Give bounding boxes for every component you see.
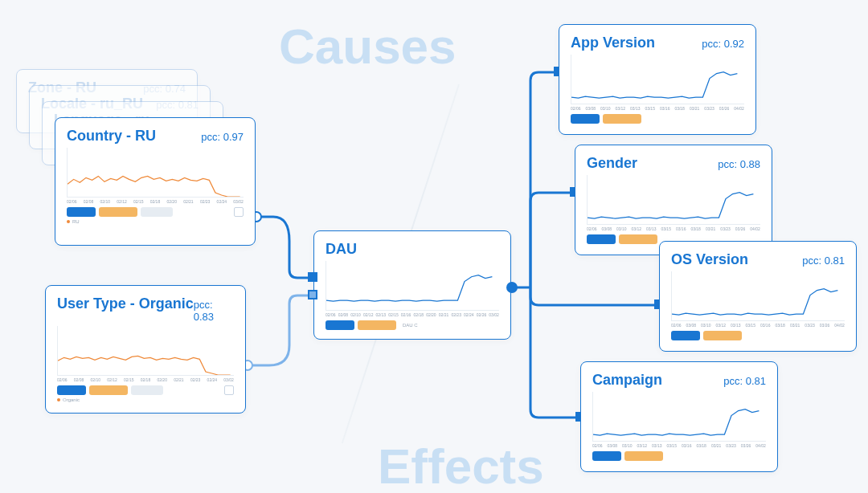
card-pcc: pcc: 0.83 [194, 299, 234, 323]
effect-card: Campaignpcc: 0.8102/0603/0803/1003/1203/… [580, 361, 778, 472]
card-pcc: pcc: 0.92 [702, 38, 744, 50]
pill-gray[interactable] [141, 207, 173, 217]
center-title: DAU [326, 241, 357, 258]
chart-ticks: 02/0603/0803/1003/1203/1303/1503/1603/18… [671, 321, 845, 331]
effect-card: OS Versionpcc: 0.8102/0603/0803/1003/120… [659, 241, 857, 352]
mini-chart [67, 148, 244, 198]
chart-ticks: 02/0603/0803/1003/1203/1303/1503/1603/18… [592, 442, 766, 451]
pill-orange[interactable] [358, 320, 396, 330]
mini-chart [587, 175, 760, 225]
pill-orange[interactable] [703, 331, 742, 340]
card-title: Country - RU [67, 128, 156, 145]
card-toolbar [571, 114, 744, 124]
pill-orange[interactable] [603, 114, 641, 124]
chart-ticks: 02/0603/0803/1003/1203/1303/1503/1603/18… [571, 104, 744, 114]
mini-chart [57, 326, 234, 376]
effect-card: App Versionpcc: 0.9202/0603/0803/1003/12… [559, 24, 756, 135]
card-title: OS Version [671, 251, 748, 268]
card-title: App Version [571, 35, 655, 51]
causes-bg-label: Causes [279, 18, 457, 75]
card-toolbar [671, 331, 845, 340]
pill-orange[interactable] [619, 234, 657, 244]
center-ticks: 02/0602/0802/1002/1202/1302/1502/1602/18… [326, 311, 499, 320]
card-toolbar [592, 451, 766, 461]
card-pcc: pcc: 0.97 [201, 131, 244, 143]
pill-blue[interactable] [326, 320, 354, 330]
effect-card: Genderpcc: 0.8802/0603/0803/1003/1203/13… [575, 145, 772, 255]
center-chart [326, 261, 499, 311]
cause-card: Country - RUpcc: 0.9702/0602/0802/1002/1… [55, 117, 256, 246]
mini-chart [671, 271, 845, 321]
mini-chart [592, 392, 766, 442]
card-title: User Type - Organic [57, 295, 194, 312]
center-legend: DAU C [403, 323, 418, 328]
card-title: Gender [587, 155, 637, 172]
expand-button[interactable] [234, 207, 244, 217]
chart-legend: Organic [57, 397, 234, 402]
card-title: Campaign [592, 372, 662, 389]
expand-button[interactable] [224, 385, 234, 395]
pill-blue[interactable] [587, 234, 616, 244]
center-dau-card: DAU 02/0602/0802/1002/1202/1302/1502/160… [313, 230, 511, 340]
pill-blue[interactable] [571, 114, 600, 124]
card-pcc: pcc: 0.81 [802, 255, 845, 267]
center-toolbar: DAU C [326, 320, 499, 330]
pill-blue[interactable] [671, 331, 700, 340]
card-toolbar [57, 385, 234, 395]
chart-ticks: 02/0602/0802/1002/1202/1502/1802/2002/21… [57, 376, 234, 385]
pill-blue[interactable] [67, 207, 96, 217]
card-pcc: pcc: 0.81 [723, 375, 766, 387]
card-pcc: pcc: 0.88 [718, 158, 760, 170]
chart-ticks: 02/0602/0802/1002/1202/1502/1802/2002/21… [67, 198, 244, 207]
effects-bg-label: Effects [378, 438, 544, 493]
pill-orange[interactable] [99, 207, 137, 217]
pill-blue[interactable] [57, 385, 86, 395]
cause-card: User Type - Organicpcc: 0.8302/0602/0802… [45, 285, 246, 414]
pill-gray[interactable] [131, 385, 163, 395]
pill-orange[interactable] [624, 451, 663, 461]
pill-orange[interactable] [89, 385, 128, 395]
card-toolbar [67, 207, 244, 217]
chart-ticks: 02/0603/0803/1003/1203/1303/1503/1603/18… [587, 225, 760, 234]
pill-blue[interactable] [592, 451, 621, 461]
mini-chart [571, 55, 744, 104]
chart-legend: RU [67, 219, 244, 224]
